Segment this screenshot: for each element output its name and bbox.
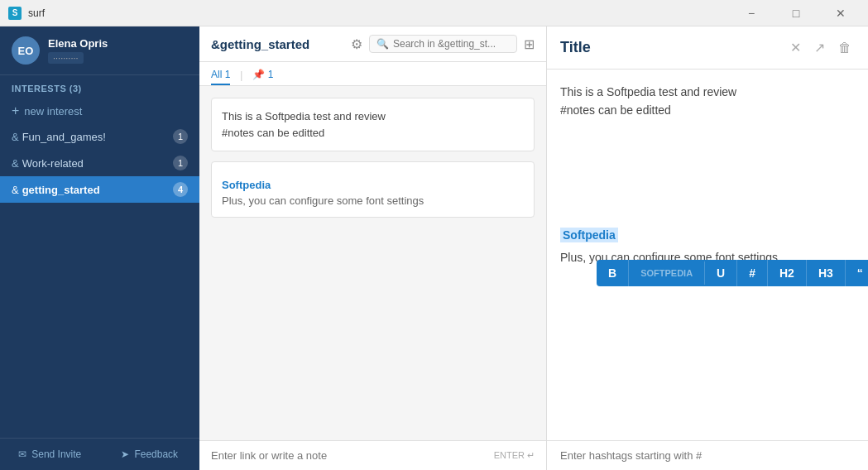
enter-hint: ENTER ↵ bbox=[494, 450, 535, 461]
underline-button[interactable]: U bbox=[705, 260, 737, 286]
bold-button[interactable]: B bbox=[597, 260, 629, 286]
close-icon[interactable]: ✕ bbox=[787, 36, 804, 59]
item-prefix: & bbox=[12, 184, 19, 196]
h2-button[interactable]: H2 bbox=[768, 260, 807, 286]
feedback-icon: ➤ bbox=[121, 448, 129, 460]
avatar: EO bbox=[12, 36, 40, 65]
right-footer bbox=[547, 440, 868, 470]
sidebar: EO Elena Opris ·········· INTERESTS (3) … bbox=[0, 26, 199, 470]
middle-footer: ENTER ↵ bbox=[199, 440, 546, 470]
user-info: Elena Opris ·········· bbox=[48, 37, 188, 65]
right-panel: Title ✕ ↗ 🗑 This is a Softpedia test and… bbox=[547, 26, 868, 470]
sidebar-item-label: Fun_and_games! bbox=[22, 131, 106, 143]
note-input[interactable] bbox=[211, 449, 494, 462]
send-invite-label: Send Invite bbox=[31, 448, 81, 460]
note-text-1: This is a Softpedia test and review#note… bbox=[222, 108, 524, 141]
sidebar-item-fun[interactable]: & Fun_and_games! 1 bbox=[0, 123, 199, 150]
note-card-2: Softpedia Plus, you can configure some f… bbox=[211, 161, 535, 218]
titlebar: S surf − □ ✕ bbox=[0, 0, 868, 26]
note-card-1: This is a Softpedia test and review#note… bbox=[211, 98, 535, 151]
right-line1: This is a Softpedia test and review bbox=[560, 85, 736, 98]
user-profile[interactable]: EO Elena Opris ·········· bbox=[0, 26, 199, 75]
sidebar-item-label: Work-related bbox=[22, 157, 84, 170]
right-title: Title bbox=[560, 39, 591, 56]
badge: 1 bbox=[173, 156, 188, 170]
grid-icon[interactable]: ⊞ bbox=[524, 36, 535, 52]
gear-icon[interactable]: ⚙ bbox=[351, 36, 362, 52]
hashtag-button[interactable]: # bbox=[737, 260, 768, 286]
app-icon: S bbox=[8, 7, 22, 20]
send-invite-button[interactable]: ✉ Send Invite bbox=[0, 439, 100, 470]
share-icon[interactable]: ↗ bbox=[811, 36, 828, 59]
middle-panel: &getting_started ⚙ 🔍 ⊞ All 1 | 📌 1 This … bbox=[199, 26, 547, 470]
middle-tabs: All 1 | 📌 1 bbox=[199, 62, 546, 86]
delete-icon[interactable]: 🗑 bbox=[835, 37, 855, 59]
right-softpedia-link[interactable]: Softpedia bbox=[560, 228, 618, 242]
right-line2: #notes can be editted bbox=[560, 103, 671, 117]
right-content: This is a Softpedia test and review #not… bbox=[547, 70, 868, 440]
new-interest-label: new interest bbox=[24, 105, 82, 118]
item-prefix: & bbox=[12, 131, 19, 143]
feedback-button[interactable]: ➤ Feedback bbox=[100, 439, 200, 470]
badge: 1 bbox=[173, 129, 188, 144]
main-layout: EO Elena Opris ·········· INTERESTS (3) … bbox=[0, 26, 868, 470]
note-subtext: Plus, you can configure some font settin… bbox=[222, 194, 524, 207]
sidebar-item-label: getting_started bbox=[22, 184, 100, 196]
middle-header: &getting_started ⚙ 🔍 ⊞ bbox=[199, 26, 546, 62]
interests-header: INTERESTS (3) bbox=[0, 75, 199, 98]
format-toolbar: B SOFTPEDIA U # H2 H3 “ bbox=[597, 260, 868, 286]
window-title: surf bbox=[28, 7, 732, 19]
close-button[interactable]: ✕ bbox=[822, 0, 860, 26]
user-status: ·········· bbox=[48, 52, 84, 64]
sidebar-item-getting-started[interactable]: & getting_started 4 bbox=[0, 176, 199, 203]
badge: 4 bbox=[173, 182, 188, 197]
sidebar-item-work[interactable]: & Work-related 1 bbox=[0, 150, 199, 176]
right-body-text: This is a Softpedia test and review #not… bbox=[560, 83, 855, 120]
softpedia-watermark: SOFTPEDIA bbox=[629, 261, 705, 285]
tab-all[interactable]: All 1 bbox=[211, 65, 230, 85]
tab-pinned[interactable]: 📌 1 bbox=[252, 65, 273, 85]
right-actions: ✕ ↗ 🗑 bbox=[787, 36, 855, 59]
hashtag-input[interactable] bbox=[560, 449, 855, 462]
tab-divider: | bbox=[240, 70, 242, 81]
softpedia-link[interactable]: Softpedia bbox=[222, 179, 524, 191]
right-header: Title ✕ ↗ 🗑 bbox=[547, 26, 868, 70]
h3-button[interactable]: H3 bbox=[807, 260, 846, 286]
envelope-icon: ✉ bbox=[18, 448, 26, 460]
maximize-button[interactable]: □ bbox=[777, 0, 815, 26]
window-controls: − □ ✕ bbox=[732, 0, 860, 26]
search-input[interactable] bbox=[393, 38, 510, 50]
sidebar-footer: ✉ Send Invite ➤ Feedback bbox=[0, 438, 199, 470]
plus-icon: + bbox=[12, 103, 19, 118]
channel-title: &getting_started bbox=[211, 37, 344, 51]
item-prefix: & bbox=[12, 157, 19, 170]
middle-content: This is a Softpedia test and review#note… bbox=[199, 86, 546, 440]
right-link-section: Softpedia Plus, you can configure some f… bbox=[560, 228, 855, 264]
search-box[interactable]: 🔍 bbox=[369, 35, 517, 53]
user-name: Elena Opris bbox=[48, 37, 188, 50]
minimize-button[interactable]: − bbox=[732, 0, 770, 26]
quote-button[interactable]: “ bbox=[846, 260, 868, 286]
new-interest-button[interactable]: + new interest bbox=[0, 98, 199, 123]
search-icon: 🔍 bbox=[376, 38, 389, 50]
feedback-label: Feedback bbox=[134, 448, 178, 460]
